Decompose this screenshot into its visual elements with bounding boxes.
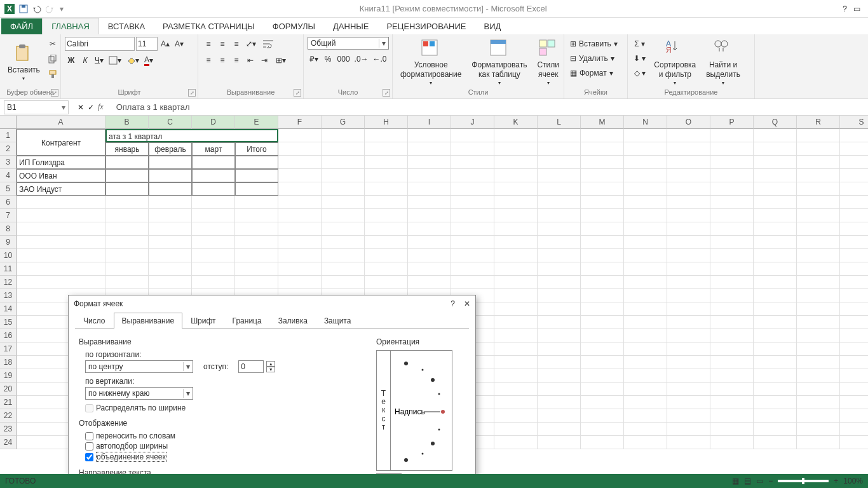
cell[interactable] <box>278 262 322 276</box>
cell[interactable] <box>581 169 624 182</box>
cell[interactable] <box>754 369 797 383</box>
cell[interactable] <box>322 182 365 196</box>
horiz-align-select[interactable]: по центру▾ <box>85 360 193 373</box>
cell[interactable] <box>105 156 149 169</box>
cell[interactable]: ИП Голиздра <box>17 156 105 169</box>
cell[interactable] <box>797 423 840 436</box>
border-icon[interactable]: ▾ <box>107 53 123 67</box>
cell[interactable] <box>797 342 840 356</box>
cell[interactable] <box>105 169 149 182</box>
cell[interactable] <box>710 236 754 249</box>
row-head[interactable]: 22 <box>0 409 17 423</box>
increase-font-icon[interactable]: A▴ <box>159 37 172 51</box>
wrap-checkbox[interactable] <box>85 432 93 440</box>
cell[interactable] <box>322 236 365 249</box>
cell[interactable] <box>494 142 538 156</box>
undo-icon[interactable] <box>32 3 43 15</box>
cell[interactable] <box>494 302 538 316</box>
cell[interactable] <box>235 156 278 169</box>
cell[interactable] <box>17 222 105 236</box>
cell[interactable] <box>105 209 149 222</box>
cell[interactable] <box>17 249 105 262</box>
col-head[interactable]: F <box>278 116 322 129</box>
cell[interactable] <box>840 423 868 436</box>
cell[interactable] <box>624 396 667 409</box>
cell[interactable] <box>581 262 624 276</box>
cell[interactable] <box>149 249 192 262</box>
cell[interactable] <box>278 182 322 196</box>
cell[interactable] <box>235 262 278 276</box>
cell[interactable] <box>494 369 538 383</box>
cell[interactable] <box>840 316 868 329</box>
cell[interactable] <box>192 209 235 222</box>
tab-view[interactable]: ВИД <box>475 18 510 34</box>
cell[interactable] <box>149 209 192 222</box>
cell[interactable] <box>710 409 754 423</box>
cell[interactable] <box>581 436 624 449</box>
cell[interactable] <box>754 276 797 289</box>
clear-icon[interactable]: ◇ ▾ <box>632 66 648 80</box>
cell[interactable] <box>667 156 710 169</box>
cell[interactable] <box>149 156 192 169</box>
cell[interactable] <box>365 209 408 222</box>
cell[interactable] <box>710 302 754 316</box>
cell[interactable] <box>192 182 235 196</box>
conditional-format-button[interactable]: Условное форматирование▾ <box>397 37 465 88</box>
cell[interactable] <box>710 329 754 342</box>
cell[interactable] <box>754 182 797 196</box>
row-head[interactable]: 21 <box>0 396 17 409</box>
cell[interactable] <box>581 289 624 302</box>
cell[interactable] <box>451 182 494 196</box>
indent-down-icon[interactable]: ▼ <box>266 367 275 372</box>
row-head[interactable]: 12 <box>0 276 17 289</box>
cell[interactable] <box>581 142 624 156</box>
cell[interactable] <box>451 222 494 236</box>
cell[interactable] <box>408 129 451 142</box>
cell[interactable] <box>667 169 710 182</box>
row-head[interactable]: 15 <box>0 316 17 329</box>
find-select-button[interactable]: Найти и выделить▾ <box>702 37 744 88</box>
cell[interactable] <box>408 249 451 262</box>
cell[interactable]: Контрагент <box>17 129 105 156</box>
cell[interactable] <box>105 249 149 262</box>
col-head[interactable]: I <box>408 116 451 129</box>
cell[interactable] <box>797 209 840 222</box>
autofit-checkbox[interactable] <box>85 442 93 451</box>
cell[interactable] <box>322 142 365 156</box>
cell[interactable] <box>538 142 581 156</box>
cell[interactable] <box>538 209 581 222</box>
cell[interactable] <box>840 169 868 182</box>
cell[interactable] <box>797 156 840 169</box>
cell[interactable] <box>538 222 581 236</box>
cell[interactable] <box>840 182 868 196</box>
cell[interactable] <box>754 316 797 329</box>
cell[interactable] <box>192 156 235 169</box>
cell[interactable] <box>408 156 451 169</box>
cell[interactable] <box>322 156 365 169</box>
cell[interactable] <box>581 156 624 169</box>
name-box[interactable]: B1▾ <box>4 100 69 114</box>
cell[interactable] <box>710 356 754 369</box>
dtab-number[interactable]: Число <box>75 313 114 329</box>
fill-icon[interactable]: ⬇ ▾ <box>632 51 648 65</box>
row-head[interactable]: 3 <box>0 156 17 169</box>
row-head[interactable]: 17 <box>0 342 17 356</box>
cell[interactable] <box>322 129 365 142</box>
cell[interactable] <box>105 196 149 209</box>
cell[interactable] <box>797 222 840 236</box>
cell[interactable] <box>840 209 868 222</box>
cell[interactable] <box>538 249 581 262</box>
italic-button[interactable]: К <box>79 53 92 67</box>
cell[interactable] <box>710 196 754 209</box>
col-head[interactable]: N <box>624 116 667 129</box>
cell[interactable] <box>581 236 624 249</box>
cell[interactable] <box>494 276 538 289</box>
cell[interactable] <box>581 222 624 236</box>
col-head[interactable]: R <box>797 116 840 129</box>
cell[interactable] <box>235 182 278 196</box>
row-head[interactable]: 9 <box>0 236 17 249</box>
cell[interactable] <box>754 262 797 276</box>
cell[interactable] <box>840 356 868 369</box>
cell[interactable] <box>754 209 797 222</box>
cell[interactable] <box>581 423 624 436</box>
